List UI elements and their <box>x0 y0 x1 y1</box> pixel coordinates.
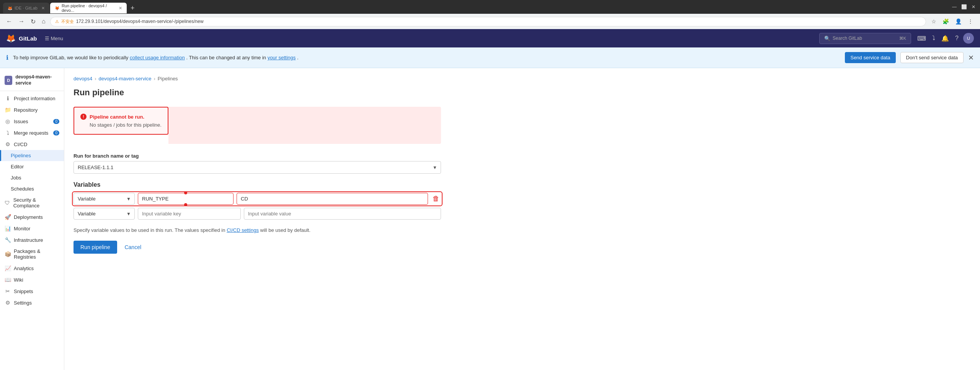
wiki-icon: 📖 <box>5 277 11 283</box>
forward-button[interactable]: → <box>17 16 26 26</box>
var-dot-top <box>184 191 187 194</box>
sidebar-item-security[interactable]: 🛡 Security & Compliance <box>0 194 64 211</box>
settings-link[interactable]: your settings <box>268 55 296 60</box>
profile-button[interactable]: 👤 <box>953 17 964 26</box>
minimize-button[interactable]: — <box>951 3 958 11</box>
project-info-label: Project information <box>14 96 55 101</box>
search-box[interactable]: 🔍 Search GitLab ⌘K <box>819 33 911 44</box>
gitlab-name: GitLab <box>19 35 37 42</box>
monitor-icon: 📊 <box>5 225 11 231</box>
sidebar-item-editor[interactable]: Editor <box>0 161 64 172</box>
tab2-close[interactable]: ✕ <box>119 6 122 11</box>
var-type-select-1[interactable]: Variable <box>74 193 135 205</box>
var-dot-bottom <box>184 203 187 206</box>
sidebar-item-merge-requests[interactable]: ⤵ Merge requests 0 <box>0 127 64 139</box>
sidebar-item-packages[interactable]: 📦 Packages & Registries <box>0 246 64 262</box>
branch-select[interactable]: RELEASE-1.1.1 <box>74 161 441 174</box>
sidebar-item-pipelines[interactable]: Pipelines <box>0 150 64 161</box>
address-bar[interactable]: ⚠ 不安全 172.29.9.101/devops4/devops4-maven… <box>50 17 926 26</box>
editor-label: Editor <box>11 164 24 170</box>
new-tab-button[interactable]: + <box>127 4 138 12</box>
issues-icon: ◎ <box>5 118 11 124</box>
var-type-select-2[interactable]: Variable <box>74 208 135 220</box>
info-banner: ℹ To help improve GitLab, we would like … <box>0 47 980 68</box>
help-button[interactable]: ? <box>954 33 960 43</box>
banner-text: To help improve GitLab, we would like to… <box>13 55 840 60</box>
tab-2[interactable]: 🦊 Run pipeline · devops4 / devo... ✕ <box>50 3 127 13</box>
error-title: Pipeline cannot be run. <box>90 114 144 120</box>
content-area: devops4 › devops4-maven-service › Pipeli… <box>64 68 980 370</box>
run-pipeline-button[interactable]: Run pipeline <box>74 241 117 254</box>
sidebar-item-repository[interactable]: 📁 Repository <box>0 104 64 116</box>
breadcrumb-maven-service[interactable]: devops4-maven-service <box>99 76 152 81</box>
error-header: ! Pipeline cannot be run. <box>80 114 162 120</box>
tab-1[interactable]: 🦊 IDE · GitLab ✕ <box>3 3 49 13</box>
content-inner: devops4 › devops4-maven-service › Pipeli… <box>74 76 441 254</box>
sidebar-item-jobs[interactable]: Jobs <box>0 172 64 183</box>
banner-text-prefix: To help improve GitLab, we would like to… <box>13 55 128 60</box>
sidebar-item-cicd[interactable]: ⚙ CI/CD <box>0 139 64 150</box>
error-detail: No stages / jobs for this pipeline. <box>80 122 162 128</box>
topbar-icons: ⌨ ⤵ 🔔 ? U <box>916 33 974 44</box>
code-icon-button[interactable]: ⌨ <box>916 33 928 44</box>
cicd-icon: ⚙ <box>5 141 11 147</box>
extensions-button[interactable]: 🧩 <box>940 17 951 26</box>
sidebar-item-analytics[interactable]: 📈 Analytics <box>0 262 64 274</box>
var-key-input-2[interactable] <box>138 208 241 220</box>
menu-dots-button[interactable]: ⋮ <box>965 17 975 26</box>
error-icon: ! <box>80 114 87 120</box>
snippets-label: Snippets <box>14 289 33 294</box>
send-service-data-button[interactable]: Send service data <box>845 52 895 63</box>
help-text-prefix: Specify variable values to be used in th… <box>74 227 225 233</box>
packages-icon: 📦 <box>5 251 11 257</box>
wiki-label: Wiki <box>14 277 23 283</box>
action-buttons: Run pipeline Cancel <box>74 241 441 254</box>
settings-icon: ⚙ <box>5 300 11 306</box>
sidebar-item-deployments[interactable]: 🚀 Deployments <box>0 211 64 223</box>
menu-label: Menu <box>51 36 64 41</box>
dont-send-service-data-button[interactable]: Don't send service data <box>900 52 964 63</box>
security-label: Security & Compliance <box>13 197 59 209</box>
variable-row-1: Variable ▼ 🗑 <box>74 193 441 205</box>
banner-close-button[interactable]: ✕ <box>968 54 974 62</box>
merge-requests-badge: 0 <box>53 130 59 135</box>
sidebar-item-snippets[interactable]: ✂ Snippets <box>0 285 64 297</box>
close-window-button[interactable]: ✕ <box>970 3 977 11</box>
sidebar-item-infrastructure[interactable]: 🔧 Infrastructure <box>0 234 64 246</box>
tab-bar: 🦊 IDE · GitLab ✕ 🦊 Run pipeline · devops… <box>0 0 980 14</box>
maximize-button[interactable]: ⬜ <box>960 3 969 11</box>
sidebar-item-wiki[interactable]: 📖 Wiki <box>0 274 64 285</box>
analytics-label: Analytics <box>14 266 34 271</box>
user-avatar[interactable]: U <box>963 33 974 44</box>
sidebar-item-issues[interactable]: ◎ Issues 0 <box>0 116 64 127</box>
sidebar-item-project-info[interactable]: ℹ Project information <box>0 93 64 104</box>
var-value-input-1[interactable] <box>237 193 428 205</box>
gitlab-logo: 🦊 GitLab <box>6 34 37 43</box>
var-value-input-2[interactable] <box>244 208 441 220</box>
error-box: ! Pipeline cannot be run. No stages / jo… <box>74 107 168 135</box>
collect-usage-link[interactable]: collect usage information <box>130 55 185 60</box>
error-section: ! Pipeline cannot be run. No stages / jo… <box>74 107 441 144</box>
variable-row-2: Variable ▼ <box>74 208 441 220</box>
cicd-settings-link[interactable]: CI/CD settings <box>227 227 259 233</box>
notifications-button[interactable]: 🔔 <box>940 33 951 44</box>
sidebar-item-settings[interactable]: ⚙ Settings <box>0 297 64 308</box>
breadcrumb-devops4[interactable]: devops4 <box>74 76 92 81</box>
banner-text-end: . <box>297 55 299 60</box>
back-button[interactable]: ← <box>5 16 14 26</box>
breadcrumb-sep1: › <box>95 76 96 81</box>
sidebar-item-monitor[interactable]: 📊 Monitor <box>0 223 64 234</box>
sidebar-item-schedules[interactable]: Schedules <box>0 183 64 194</box>
merge-requests-label: Merge requests <box>14 130 48 136</box>
info-icon: ℹ <box>6 54 8 61</box>
tab1-close[interactable]: ✕ <box>41 6 45 11</box>
cancel-button[interactable]: Cancel <box>121 241 144 254</box>
var-delete-button-1[interactable]: 🗑 <box>431 193 441 204</box>
home-button[interactable]: ⌂ <box>40 16 47 26</box>
merge-icon-button[interactable]: ⤵ <box>931 33 937 43</box>
breadcrumb-current: Pipelines <box>158 76 178 81</box>
menu-button[interactable]: ☰ Menu <box>42 33 67 44</box>
browser-chrome: 🦊 IDE · GitLab ✕ 🦊 Run pipeline · devops… <box>0 0 980 29</box>
reload-button[interactable]: ↻ <box>29 16 37 27</box>
bookmark-button[interactable]: ☆ <box>929 17 939 26</box>
